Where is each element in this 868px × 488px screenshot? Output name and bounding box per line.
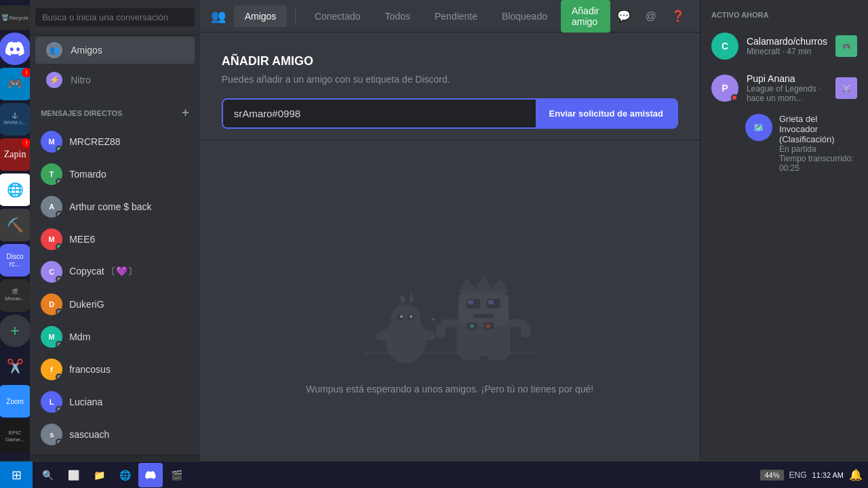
list-item[interactable]: T Tomardo [35, 158, 194, 190]
avatar: f [41, 359, 62, 380]
active-user-item[interactable]: P Pupi Anana League of Legends · hace un… [711, 68, 857, 108]
list-item[interactable]: C Copycat 〔💜〕 [35, 256, 194, 288]
discord-server-icon[interactable]: Discorc... [0, 244, 30, 277]
epic-icon[interactable]: EPICGame... [0, 420, 30, 453]
svg-point-30 [470, 324, 474, 328]
svg-point-32 [486, 324, 490, 328]
search-bar [30, 0, 199, 35]
game-icon-2: ⚔️ [835, 77, 857, 99]
svg-point-11 [388, 347, 407, 357]
svg-point-6 [410, 315, 412, 318]
taskbar-discord[interactable] [138, 463, 163, 487]
shortcuts-icon[interactable]: ✂️ [0, 350, 30, 382]
tab-blocked[interactable]: Bloqueado [491, 5, 558, 27]
svg-rect-22 [473, 314, 494, 318]
list-item[interactable]: s sascuach [35, 418, 194, 451]
list-item[interactable]: L Luciana [35, 386, 194, 418]
minecraft-icon[interactable]: ⛏️ [0, 209, 30, 241]
avatar: M [41, 326, 62, 348]
dm-add-button[interactable]: + [182, 106, 189, 120]
nav-nitro[interactable]: ⚡ Nitro [35, 66, 194, 94]
top-tabs: 👥 Amigos Conectado Todos Pendiente Bloqu… [200, 0, 700, 33]
list-item[interactable]: A Arthur come $ back [35, 190, 194, 223]
tab-pending[interactable]: Pendiente [424, 5, 488, 27]
avatar: T [41, 163, 62, 185]
wumpus-illustration: ✦ ✦ [331, 235, 568, 373]
taskbar: ⊞ 🔍 ⬜ 📁 🌐 🎬 44% ENG 11:32 AM 🔔 [0, 461, 868, 488]
tab-friends[interactable]: Amigos [234, 5, 288, 27]
empty-state-text: Wumpus está esperando a unos amigos. ¡Pe… [306, 384, 593, 394]
game-icon-1: 🎮 [835, 35, 857, 57]
list-item[interactable]: M Mdm [35, 321, 194, 353]
active-avatar-1: C [711, 33, 738, 60]
add-friend-form: Enviar solicitud de amistad [222, 98, 678, 129]
svg-marker-8 [409, 291, 414, 302]
svg-rect-20 [468, 300, 473, 304]
add-friend-section: AÑADIR AMIGO Puedes añadir a un amigo co… [200, 33, 700, 140]
active-user-item[interactable]: C Calamardo/churros Minecraft · 47 min 🎮 [711, 27, 857, 65]
list-item[interactable]: D DukeriG [35, 288, 194, 321]
taskbar-search[interactable]: 🔍 [35, 463, 60, 487]
add-friend-title: AÑADIR AMIGO [222, 54, 678, 68]
dm-header: MENSAJES DIRECTOS + [30, 95, 199, 125]
svg-marker-17 [458, 275, 509, 292]
recycle-bin-icon[interactable]: 🗑️Recycle [0, 5, 30, 30]
world-warships-icon[interactable]: ⚓World c... [0, 103, 30, 136]
svg-rect-26 [521, 324, 530, 338]
avatar: D [41, 293, 62, 315]
avatar: A [41, 196, 62, 218]
search-input[interactable] [35, 8, 194, 26]
taskbar-notifications[interactable]: 🔔 [849, 468, 863, 481]
svg-rect-16 [458, 292, 509, 326]
friends-icon-tab: 👥 [211, 9, 226, 24]
add-friend-desc: Puedes añadir a un amigo con su etiqueta… [222, 74, 678, 85]
tab-add-friend[interactable]: Añadir amigo [561, 0, 610, 33]
tab-online[interactable]: Conectado [304, 5, 372, 27]
main-content: 👥 Amigos Conectado Todos Pendiente Bloqu… [200, 0, 700, 488]
movavi-icon[interactable]: 🎬Movav... [0, 279, 30, 312]
active-info-2: Pupi Anana League of Legends · hace un m… [747, 73, 827, 103]
taskbar-explorer[interactable]: 📁 [87, 463, 111, 487]
svg-point-5 [400, 315, 403, 318]
help-icon[interactable]: ❓ [667, 5, 689, 27]
nav-friends[interactable]: 👥 Amigos [35, 37, 194, 64]
taskbar-chrome[interactable]: 🌐 [113, 463, 137, 487]
svg-point-12 [404, 347, 423, 357]
empty-state: ✦ ✦ [200, 140, 700, 488]
taskbar-task-view[interactable]: ⬜ [61, 463, 85, 487]
active-now-title: ACTIVO AHORA [711, 11, 857, 19]
chat-icon[interactable]: 💬 [613, 5, 635, 27]
taskbar-battery: 44% [760, 470, 783, 481]
list-item[interactable]: M MEE6 [35, 223, 194, 256]
game-detail-info: Grieta del Invocador (Clasificación) En … [779, 114, 857, 173]
svg-rect-27 [461, 353, 480, 360]
mention-icon[interactable]: @ [640, 5, 662, 27]
send-friend-request-button[interactable]: Enviar solicitud de amistad [536, 100, 677, 127]
battlenet-icon[interactable]: 🎮 ! [0, 68, 30, 100]
taskbar-right: 44% ENG 11:32 AM 🔔 [760, 468, 868, 481]
avatar: M [41, 228, 62, 250]
taskbar-icons: 🔍 ⬜ 📁 🌐 🎬 [33, 463, 191, 487]
avatar: M [41, 131, 62, 152]
tab-all[interactable]: Todos [374, 5, 421, 27]
zoom-icon[interactable]: Zoom [0, 385, 30, 418]
right-panel: ACTIVO AHORA C Calamardo/churros Minecra… [700, 0, 868, 488]
chrome-icon[interactable]: 🌐 [0, 174, 30, 206]
start-button[interactable]: ⊞ [0, 462, 33, 489]
taskbar-lang: ENG [789, 470, 807, 480]
add-friend-input[interactable] [223, 100, 536, 127]
left-panel: 👥 Amigos ⚡ Nitro MENSAJES DIRECTOS + M M… [30, 0, 199, 488]
active-info-1: Calamardo/churros Minecraft · 47 min [747, 36, 827, 56]
svg-rect-28 [488, 353, 507, 360]
zapin-icon[interactable]: Zapin ! [0, 138, 30, 171]
active-avatar-2: P [711, 75, 738, 102]
taskbar-video-editor[interactable]: 🎬 [164, 463, 189, 487]
avatar: C [41, 261, 62, 283]
discord-app-icon[interactable] [0, 33, 30, 65]
list-item[interactable]: f francosus [35, 353, 194, 386]
list-item[interactable]: M MRCREZ88 [35, 125, 194, 158]
dm-list: M MRCREZ88 T Tomardo A Arthur come $ bac… [30, 125, 199, 455]
add-server-button[interactable]: + [0, 314, 30, 347]
game-detail: 🗺️ Grieta del Invocador (Clasificación) … [711, 111, 857, 176]
svg-marker-7 [399, 294, 407, 304]
